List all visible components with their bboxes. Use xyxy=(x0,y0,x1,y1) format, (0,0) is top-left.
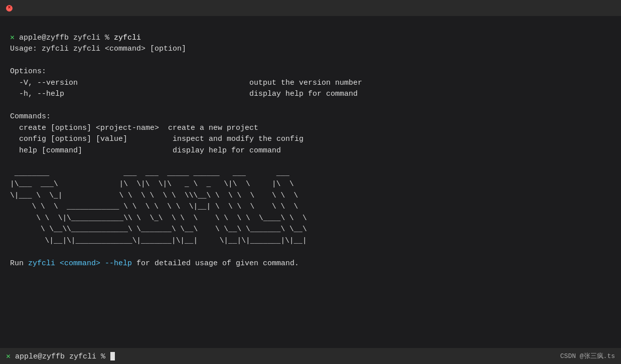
run-command: zyfcli <command> --help xyxy=(28,259,132,268)
usage-line: Usage: zyfcli zyfcli <command> [option] xyxy=(10,45,186,53)
commands-header: Commands: xyxy=(10,112,51,121)
cmd-help: help [command] display help for command xyxy=(10,146,281,155)
terminal-window: ✕ apple@zyffb zyfcli % zyfcli Usage: zyf… xyxy=(0,0,621,364)
command-text: zyfcli xyxy=(114,34,141,42)
cmd-create: create [options] <project-name> create a… xyxy=(10,124,258,132)
run-line: Run zyfcli <command> --help for detailed… xyxy=(10,259,299,268)
terminal-content: ✕ apple@zyffb zyfcli % zyfcli Usage: zyf… xyxy=(0,16,621,348)
bottom-right-label: CSDN @张三疯.ts xyxy=(560,351,615,360)
cursor xyxy=(110,352,115,360)
close-button[interactable] xyxy=(6,5,13,12)
ascii-art: ________ ___ ___ _____ ______ ___ ___ |\… xyxy=(10,169,307,245)
option-version: -V, --version output the version number xyxy=(10,79,362,87)
cmd-config: config [options] [value] inspect and mod… xyxy=(10,135,303,143)
prompt-text: apple@zyffb zyfcli % xyxy=(15,34,114,42)
bottom-prompt-text: apple@zyffb zyfcli % xyxy=(15,352,110,361)
option-help: -h, --help display help for command xyxy=(10,90,358,98)
options-header: Options: xyxy=(10,67,46,76)
bottom-bar: ✕ apple@zyffb zyfcli % CSDN @张三疯.ts xyxy=(0,348,621,364)
bottom-prompt-symbol: ✕ xyxy=(6,352,11,361)
title-bar xyxy=(0,0,621,16)
bottom-prompt-area: ✕ apple@zyffb zyfcli % xyxy=(6,351,115,361)
prompt-line-1: ✕ apple@zyffb zyfcli % zyfcli xyxy=(10,34,141,42)
prompt-symbol: ✕ xyxy=(10,34,15,42)
